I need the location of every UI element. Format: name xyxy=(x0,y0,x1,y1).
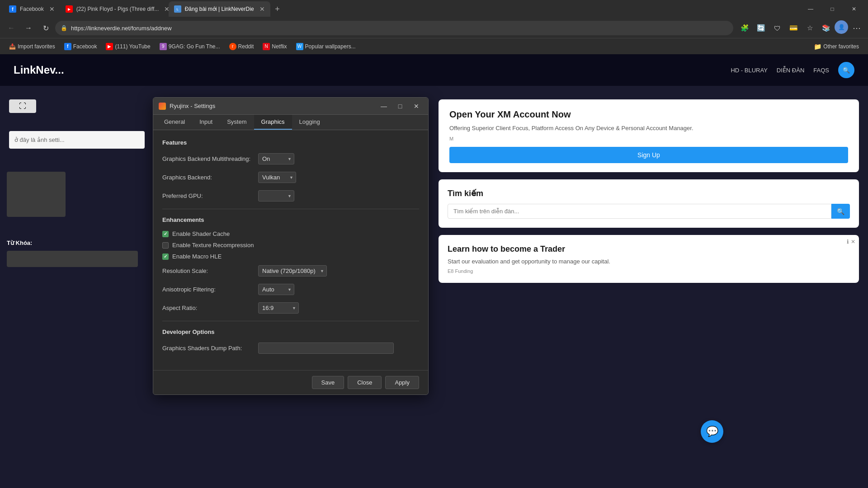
ad2-source: E8 Funding xyxy=(448,268,850,274)
browser-close-button[interactable]: ✕ xyxy=(844,2,864,16)
search-section: Tìm kiếm 🔍 xyxy=(439,179,859,228)
site-logo: LinkNev... xyxy=(14,64,64,76)
partial-text-container: ở đây là ảnh setti... xyxy=(9,131,145,149)
new-tab-button[interactable]: + xyxy=(270,2,285,16)
collections-button[interactable]: 📚 xyxy=(818,20,834,36)
macro-hle-label[interactable]: Enable Macro HLE xyxy=(172,253,222,260)
anisotropic-filtering-select-wrap: Auto 2x 4x 8x 16x xyxy=(258,284,294,295)
search-input[interactable] xyxy=(448,204,831,219)
favorites-bar: 📥 Import favorites f Facebook ▶ (111) Yo… xyxy=(0,38,868,54)
tab-close-lnd[interactable]: ✕ xyxy=(259,5,265,13)
dialog-title: Ryujinx - Settings xyxy=(170,103,374,109)
graphics-backend-select[interactable]: Vulkan OpenGL xyxy=(258,172,296,183)
anisotropic-filtering-label: Anisotropic Filtering: xyxy=(162,286,253,293)
multithreading-select[interactable]: On Off xyxy=(258,153,294,164)
tab-input[interactable]: Input xyxy=(192,115,220,130)
import-favorites-button[interactable]: 📥 Import favorites xyxy=(5,42,59,52)
favorites-button[interactable]: ☆ xyxy=(802,20,817,36)
fav-item-facebook[interactable]: f Facebook xyxy=(61,41,101,52)
aspect-ratio-label: Aspect Ratio: xyxy=(162,305,253,311)
fav-label-netflix: Netflix xyxy=(272,43,287,50)
shader-cache-checkbox[interactable]: ✓ xyxy=(162,231,169,237)
search-button[interactable]: 🔍 xyxy=(831,204,850,219)
shaders-dump-path-input[interactable] xyxy=(258,343,394,354)
xm-ad-description: Offering Superior Client Focus, Platform… xyxy=(449,125,848,131)
forward-icon: → xyxy=(25,24,32,32)
dialog-minimize-button[interactable]: — xyxy=(377,101,390,111)
anisotropic-filtering-select[interactable]: Auto 2x 4x 8x 16x xyxy=(258,284,294,295)
close-settings-button[interactable]: Close xyxy=(348,376,382,389)
window-controls: — □ ✕ xyxy=(800,2,864,16)
aspect-ratio-select-wrap: 16:9 4:3 Stretched xyxy=(258,302,299,314)
search-input-wrapper: 🔍 xyxy=(448,204,850,219)
graphics-backend-row: Graphics Backend: Vulkan OpenGL xyxy=(162,172,419,183)
ad2-title: Learn how to become a Trader xyxy=(448,244,850,254)
site-search-button[interactable]: 🔍 xyxy=(838,62,854,78)
shader-cache-label[interactable]: Enable Shader Cache xyxy=(172,230,230,237)
fav-label-youtube: (111) YouTube xyxy=(115,43,150,50)
resolution-scale-label: Resolution Scale: xyxy=(162,267,253,274)
texture-recompression-label[interactable]: Enable Texture Recompression xyxy=(172,242,254,249)
texture-recompression-checkbox[interactable] xyxy=(162,242,169,249)
fav-item-wallpapers[interactable]: W Popular wallpapers... xyxy=(292,41,359,52)
resolution-scale-select[interactable]: Native (720p/1080p) 2x (1440p/2160p) 3x … xyxy=(258,265,327,277)
tab-close-youtube[interactable]: ✕ xyxy=(164,5,168,13)
refresh-button[interactable]: ↻ xyxy=(38,20,53,36)
ad-block-button[interactable]: 🛡 xyxy=(769,20,785,36)
fav-item-netflix[interactable]: N Netflix xyxy=(259,41,290,52)
keyword-input[interactable] xyxy=(7,251,138,267)
dialog-maximize-button[interactable]: □ xyxy=(394,101,406,111)
more-button[interactable]: ⋯ xyxy=(849,20,864,36)
browser-wallet-button[interactable]: 💳 xyxy=(786,20,801,36)
tab-system[interactable]: System xyxy=(220,115,254,130)
xm-signup-button[interactable]: Sign Up xyxy=(449,147,848,163)
fav-item-reddit[interactable]: r Reddit xyxy=(226,41,258,52)
dialog-close-button[interactable]: ✕ xyxy=(410,101,423,111)
site-nav-forum[interactable]: DIỄN ĐÀN xyxy=(777,67,804,74)
tab-linkneverdie[interactable]: L Đăng bài mới | LinkNeverDie ✕ xyxy=(169,1,270,17)
left-partial-content: ⛶ ở đây là ảnh setti... Từ Khóa: xyxy=(0,90,154,158)
aspect-ratio-select[interactable]: 16:9 4:3 Stretched xyxy=(258,302,299,314)
tab-logging[interactable]: Logging xyxy=(292,115,327,130)
graphics-backend-label: Graphics Backend: xyxy=(162,174,253,181)
browser-maximize-button[interactable]: □ xyxy=(822,2,843,16)
macro-hle-checkbox[interactable]: ✓ xyxy=(162,253,169,260)
forward-button[interactable]: → xyxy=(21,20,36,36)
tab-favicon-lnd: L xyxy=(174,5,181,13)
apply-button[interactable]: Apply xyxy=(385,376,419,389)
browser-minimize-button[interactable]: — xyxy=(800,2,821,16)
fav-icon-9gag: 9 xyxy=(160,43,167,50)
ad-close-icon[interactable]: ✕ xyxy=(851,239,855,245)
ryujinx-icon xyxy=(159,103,166,110)
tab-general[interactable]: General xyxy=(157,115,192,130)
tab-favicon-youtube: ▶ xyxy=(66,5,73,13)
ad-info-icon[interactable]: ℹ xyxy=(847,239,849,245)
save-button[interactable]: Save xyxy=(312,376,344,389)
ad2-description: Start our evaluation and get opportunity… xyxy=(448,258,850,265)
address-text: https://linkneverdie.net/forums/addnew xyxy=(71,25,728,32)
site-nav-faqs[interactable]: FAQS xyxy=(813,67,829,74)
fav-label-wallpapers: Popular wallpapers... xyxy=(305,43,356,50)
extensions-button[interactable]: 🧩 xyxy=(737,20,752,36)
address-bar[interactable]: 🔒 https://linkneverdie.net/forums/addnew xyxy=(55,21,733,35)
profile-button[interactable]: 👤 xyxy=(835,20,848,34)
fav-item-9gag[interactable]: 9 9GAG: Go Fun The... xyxy=(156,41,224,52)
site-nav-bluray[interactable]: HD - BLURAY xyxy=(731,67,767,74)
other-favorites-label: Other favorites xyxy=(823,43,859,50)
tab-close-facebook[interactable]: ✕ xyxy=(49,5,55,13)
resolution-scale-select-wrap: Native (720p/1080p) 2x (1440p/2160p) 3x … xyxy=(258,265,327,277)
tab-facebook[interactable]: f Facebook ✕ xyxy=(4,1,60,17)
preferred-gpu-select[interactable] xyxy=(258,190,294,202)
tab-youtube[interactable]: ▶ (22) Pink Floyd - Pigs (Three diff... … xyxy=(60,1,169,17)
fav-label-reddit: Reddit xyxy=(238,43,254,50)
shaders-dump-path-row: Graphics Shaders Dump Path: xyxy=(162,343,419,354)
browser-icon-group: 🧩 🔄 🛡 💳 ☆ 📚 👤 ⋯ xyxy=(737,20,864,36)
back-button[interactable]: ← xyxy=(4,20,19,36)
developer-section-header: Developer Options xyxy=(162,328,419,335)
tab-graphics[interactable]: Graphics xyxy=(254,115,292,130)
fav-label-facebook: Facebook xyxy=(73,43,97,50)
resolution-scale-row: Resolution Scale: Native (720p/1080p) 2x… xyxy=(162,265,419,277)
profile-sync-button[interactable]: 🔄 xyxy=(753,20,769,36)
fav-item-youtube[interactable]: ▶ (111) YouTube xyxy=(102,41,154,52)
other-favorites-button[interactable]: 📁 Other favorites xyxy=(810,41,863,52)
